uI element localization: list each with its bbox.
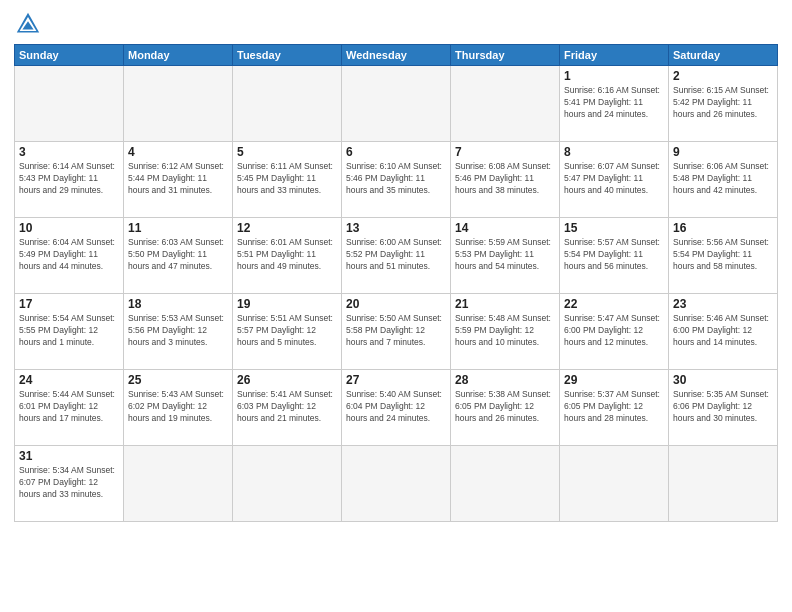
- day-info: Sunrise: 5:44 AM Sunset: 6:01 PM Dayligh…: [19, 389, 119, 425]
- calendar-cell: 18Sunrise: 5:53 AM Sunset: 5:56 PM Dayli…: [124, 294, 233, 370]
- calendar-cell: [451, 446, 560, 522]
- day-header-monday: Monday: [124, 45, 233, 66]
- day-info: Sunrise: 5:46 AM Sunset: 6:00 PM Dayligh…: [673, 313, 773, 349]
- calendar-cell: 31Sunrise: 5:34 AM Sunset: 6:07 PM Dayli…: [15, 446, 124, 522]
- calendar-cell: 23Sunrise: 5:46 AM Sunset: 6:00 PM Dayli…: [669, 294, 778, 370]
- calendar-cell: 12Sunrise: 6:01 AM Sunset: 5:51 PM Dayli…: [233, 218, 342, 294]
- calendar-cell: [560, 446, 669, 522]
- day-number: 6: [346, 145, 446, 159]
- calendar-cell: 30Sunrise: 5:35 AM Sunset: 6:06 PM Dayli…: [669, 370, 778, 446]
- day-info: Sunrise: 5:54 AM Sunset: 5:55 PM Dayligh…: [19, 313, 119, 349]
- day-info: Sunrise: 6:01 AM Sunset: 5:51 PM Dayligh…: [237, 237, 337, 273]
- week-row: 10Sunrise: 6:04 AM Sunset: 5:49 PM Dayli…: [15, 218, 778, 294]
- day-info: Sunrise: 5:34 AM Sunset: 6:07 PM Dayligh…: [19, 465, 119, 501]
- calendar-cell: 16Sunrise: 5:56 AM Sunset: 5:54 PM Dayli…: [669, 218, 778, 294]
- calendar-cell: 26Sunrise: 5:41 AM Sunset: 6:03 PM Dayli…: [233, 370, 342, 446]
- day-number: 13: [346, 221, 446, 235]
- calendar-cell: [233, 66, 342, 142]
- day-info: Sunrise: 6:14 AM Sunset: 5:43 PM Dayligh…: [19, 161, 119, 197]
- day-info: Sunrise: 6:08 AM Sunset: 5:46 PM Dayligh…: [455, 161, 555, 197]
- day-info: Sunrise: 6:11 AM Sunset: 5:45 PM Dayligh…: [237, 161, 337, 197]
- day-number: 10: [19, 221, 119, 235]
- calendar-cell: 11Sunrise: 6:03 AM Sunset: 5:50 PM Dayli…: [124, 218, 233, 294]
- calendar-cell: [451, 66, 560, 142]
- day-number: 15: [564, 221, 664, 235]
- calendar-cell: 2Sunrise: 6:15 AM Sunset: 5:42 PM Daylig…: [669, 66, 778, 142]
- calendar-cell: [124, 66, 233, 142]
- day-number: 17: [19, 297, 119, 311]
- day-info: Sunrise: 6:03 AM Sunset: 5:50 PM Dayligh…: [128, 237, 228, 273]
- calendar-cell: 29Sunrise: 5:37 AM Sunset: 6:05 PM Dayli…: [560, 370, 669, 446]
- calendar-cell: 6Sunrise: 6:10 AM Sunset: 5:46 PM Daylig…: [342, 142, 451, 218]
- day-number: 4: [128, 145, 228, 159]
- day-number: 2: [673, 69, 773, 83]
- day-number: 1: [564, 69, 664, 83]
- day-info: Sunrise: 5:53 AM Sunset: 5:56 PM Dayligh…: [128, 313, 228, 349]
- day-info: Sunrise: 6:16 AM Sunset: 5:41 PM Dayligh…: [564, 85, 664, 121]
- calendar-cell: 3Sunrise: 6:14 AM Sunset: 5:43 PM Daylig…: [15, 142, 124, 218]
- day-info: Sunrise: 5:59 AM Sunset: 5:53 PM Dayligh…: [455, 237, 555, 273]
- week-row: 31Sunrise: 5:34 AM Sunset: 6:07 PM Dayli…: [15, 446, 778, 522]
- calendar-cell: 1Sunrise: 6:16 AM Sunset: 5:41 PM Daylig…: [560, 66, 669, 142]
- day-info: Sunrise: 5:50 AM Sunset: 5:58 PM Dayligh…: [346, 313, 446, 349]
- day-number: 26: [237, 373, 337, 387]
- day-number: 19: [237, 297, 337, 311]
- logo-icon: [14, 10, 42, 38]
- day-info: Sunrise: 6:00 AM Sunset: 5:52 PM Dayligh…: [346, 237, 446, 273]
- week-row: 1Sunrise: 6:16 AM Sunset: 5:41 PM Daylig…: [15, 66, 778, 142]
- day-number: 18: [128, 297, 228, 311]
- day-number: 9: [673, 145, 773, 159]
- day-number: 3: [19, 145, 119, 159]
- calendar-cell: 4Sunrise: 6:12 AM Sunset: 5:44 PM Daylig…: [124, 142, 233, 218]
- day-header-wednesday: Wednesday: [342, 45, 451, 66]
- day-number: 31: [19, 449, 119, 463]
- day-number: 7: [455, 145, 555, 159]
- day-header-thursday: Thursday: [451, 45, 560, 66]
- calendar-cell: 8Sunrise: 6:07 AM Sunset: 5:47 PM Daylig…: [560, 142, 669, 218]
- calendar-cell: 20Sunrise: 5:50 AM Sunset: 5:58 PM Dayli…: [342, 294, 451, 370]
- calendar-cell: [342, 66, 451, 142]
- day-number: 12: [237, 221, 337, 235]
- day-info: Sunrise: 6:15 AM Sunset: 5:42 PM Dayligh…: [673, 85, 773, 121]
- day-number: 21: [455, 297, 555, 311]
- day-info: Sunrise: 5:41 AM Sunset: 6:03 PM Dayligh…: [237, 389, 337, 425]
- day-number: 5: [237, 145, 337, 159]
- day-info: Sunrise: 5:43 AM Sunset: 6:02 PM Dayligh…: [128, 389, 228, 425]
- day-header-friday: Friday: [560, 45, 669, 66]
- header: [14, 10, 778, 38]
- day-number: 14: [455, 221, 555, 235]
- week-row: 24Sunrise: 5:44 AM Sunset: 6:01 PM Dayli…: [15, 370, 778, 446]
- day-info: Sunrise: 5:48 AM Sunset: 5:59 PM Dayligh…: [455, 313, 555, 349]
- day-number: 16: [673, 221, 773, 235]
- header-row: SundayMondayTuesdayWednesdayThursdayFrid…: [15, 45, 778, 66]
- day-info: Sunrise: 5:38 AM Sunset: 6:05 PM Dayligh…: [455, 389, 555, 425]
- calendar-cell: [342, 446, 451, 522]
- day-info: Sunrise: 5:56 AM Sunset: 5:54 PM Dayligh…: [673, 237, 773, 273]
- calendar-table: SundayMondayTuesdayWednesdayThursdayFrid…: [14, 44, 778, 522]
- calendar-cell: 28Sunrise: 5:38 AM Sunset: 6:05 PM Dayli…: [451, 370, 560, 446]
- day-number: 11: [128, 221, 228, 235]
- calendar-cell: 9Sunrise: 6:06 AM Sunset: 5:48 PM Daylig…: [669, 142, 778, 218]
- calendar-cell: 17Sunrise: 5:54 AM Sunset: 5:55 PM Dayli…: [15, 294, 124, 370]
- calendar-cell: [124, 446, 233, 522]
- calendar-cell: 24Sunrise: 5:44 AM Sunset: 6:01 PM Dayli…: [15, 370, 124, 446]
- calendar-cell: [669, 446, 778, 522]
- day-number: 25: [128, 373, 228, 387]
- day-info: Sunrise: 6:04 AM Sunset: 5:49 PM Dayligh…: [19, 237, 119, 273]
- day-number: 30: [673, 373, 773, 387]
- calendar-header: SundayMondayTuesdayWednesdayThursdayFrid…: [15, 45, 778, 66]
- day-info: Sunrise: 5:40 AM Sunset: 6:04 PM Dayligh…: [346, 389, 446, 425]
- day-info: Sunrise: 5:35 AM Sunset: 6:06 PM Dayligh…: [673, 389, 773, 425]
- day-info: Sunrise: 5:47 AM Sunset: 6:00 PM Dayligh…: [564, 313, 664, 349]
- calendar-cell: [15, 66, 124, 142]
- week-row: 3Sunrise: 6:14 AM Sunset: 5:43 PM Daylig…: [15, 142, 778, 218]
- week-row: 17Sunrise: 5:54 AM Sunset: 5:55 PM Dayli…: [15, 294, 778, 370]
- calendar-body: 1Sunrise: 6:16 AM Sunset: 5:41 PM Daylig…: [15, 66, 778, 522]
- day-info: Sunrise: 6:07 AM Sunset: 5:47 PM Dayligh…: [564, 161, 664, 197]
- day-number: 23: [673, 297, 773, 311]
- day-info: Sunrise: 5:51 AM Sunset: 5:57 PM Dayligh…: [237, 313, 337, 349]
- day-info: Sunrise: 6:12 AM Sunset: 5:44 PM Dayligh…: [128, 161, 228, 197]
- calendar-cell: 27Sunrise: 5:40 AM Sunset: 6:04 PM Dayli…: [342, 370, 451, 446]
- calendar-cell: 21Sunrise: 5:48 AM Sunset: 5:59 PM Dayli…: [451, 294, 560, 370]
- day-info: Sunrise: 5:37 AM Sunset: 6:05 PM Dayligh…: [564, 389, 664, 425]
